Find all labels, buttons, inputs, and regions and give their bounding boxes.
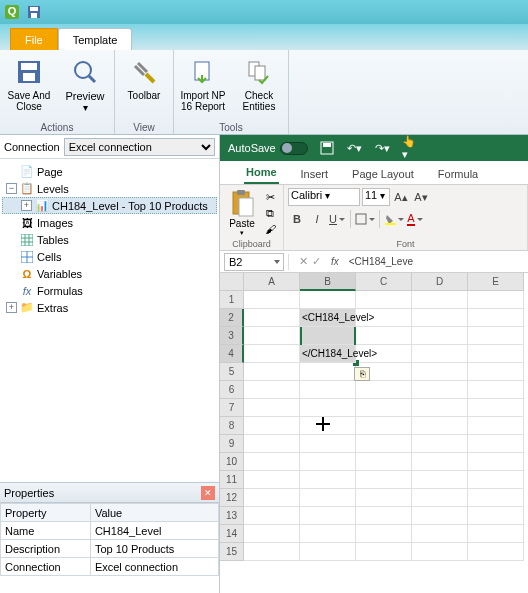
cell[interactable] [412, 291, 468, 309]
cell[interactable] [412, 543, 468, 561]
save-and-close-button[interactable]: Save And Close [2, 54, 56, 121]
row-header[interactable]: 14 [220, 525, 244, 543]
cell[interactable] [468, 327, 524, 345]
qat-redo-icon[interactable]: ↷▾ [374, 139, 392, 157]
save-icon[interactable] [26, 4, 42, 20]
cell[interactable] [468, 507, 524, 525]
cell[interactable] [468, 291, 524, 309]
cell[interactable] [356, 543, 412, 561]
cell[interactable] [412, 417, 468, 435]
tree-page[interactable]: 📄Page [2, 163, 217, 180]
close-properties-button[interactable]: ✕ [201, 486, 215, 500]
properties-table[interactable]: PropertyValue NameCH184_Level Descriptio… [0, 503, 219, 576]
cell[interactable] [244, 363, 300, 381]
cell[interactable] [356, 381, 412, 399]
cell[interactable] [244, 471, 300, 489]
cell[interactable] [244, 525, 300, 543]
tree-level-item[interactable]: +📊CH184_Level - Top 10 Products [2, 197, 217, 214]
qat-undo-icon[interactable]: ↶▾ [346, 139, 364, 157]
cell[interactable] [468, 525, 524, 543]
accept-formula-icon[interactable]: ✓ [312, 255, 321, 268]
cell[interactable] [244, 291, 300, 309]
row-header[interactable]: 5 [220, 363, 244, 381]
cell[interactable] [300, 291, 356, 309]
paste-button[interactable]: Paste ▾ [224, 188, 260, 239]
cell[interactable] [468, 543, 524, 561]
name-box[interactable]: B2 [224, 253, 284, 271]
cell[interactable] [244, 489, 300, 507]
cell[interactable] [244, 507, 300, 525]
tree-formulas[interactable]: fxFormulas [2, 282, 217, 299]
row-header[interactable]: 9 [220, 435, 244, 453]
row-header[interactable]: 3 [220, 327, 244, 345]
cell[interactable] [356, 507, 412, 525]
cell[interactable] [468, 489, 524, 507]
collapse-icon[interactable]: − [6, 183, 17, 194]
cell[interactable] [356, 489, 412, 507]
cell[interactable] [412, 453, 468, 471]
cell[interactable] [300, 327, 356, 345]
row-header[interactable]: 2 [220, 309, 244, 327]
cell[interactable] [244, 543, 300, 561]
row-header[interactable]: 13 [220, 507, 244, 525]
toolbar-button[interactable]: Toolbar [117, 54, 171, 121]
row-header[interactable]: 11 [220, 471, 244, 489]
row-header[interactable]: 7 [220, 399, 244, 417]
copy-icon[interactable]: ⧉ [262, 206, 278, 220]
worksheet[interactable]: A B C D E 1 2 3 4 5 6 7 8 9 10 11 12 13 … [220, 273, 528, 593]
table-row[interactable]: NameCH184_Level [1, 522, 219, 540]
formula-input[interactable]: <CH184_Leve [343, 256, 528, 267]
cell[interactable] [356, 291, 412, 309]
cell[interactable] [468, 435, 524, 453]
cell[interactable] [356, 435, 412, 453]
grow-font-icon[interactable]: A▴ [392, 188, 410, 206]
row-header[interactable]: 15 [220, 543, 244, 561]
cancel-formula-icon[interactable]: ✕ [299, 255, 308, 268]
row-header[interactable]: 10 [220, 453, 244, 471]
cell[interactable] [468, 381, 524, 399]
autosave-toggle[interactable]: AutoSave [228, 142, 308, 155]
cell[interactable] [300, 417, 356, 435]
col-header[interactable]: D [412, 273, 468, 291]
cell[interactable] [356, 525, 412, 543]
border-button[interactable] [355, 210, 375, 228]
cell[interactable] [412, 327, 468, 345]
col-header[interactable]: A [244, 273, 300, 291]
tab-file[interactable]: File [10, 28, 58, 50]
cell[interactable] [412, 435, 468, 453]
col-header[interactable]: E [468, 273, 524, 291]
italic-button[interactable]: I [308, 210, 326, 228]
check-entities-button[interactable]: Check Entities [232, 54, 286, 121]
table-row[interactable]: ConnectionExcel connection [1, 558, 219, 576]
fill-color-button[interactable] [384, 210, 404, 228]
fx-icon[interactable]: fx [327, 256, 343, 267]
qat-save-icon[interactable] [318, 139, 336, 157]
cell[interactable] [356, 417, 412, 435]
cell[interactable] [468, 453, 524, 471]
cell[interactable] [468, 363, 524, 381]
table-row[interactable]: DescriptionTop 10 Products [1, 540, 219, 558]
qat-touch-icon[interactable]: 👆▾ [402, 139, 420, 157]
col-header[interactable]: C [356, 273, 412, 291]
font-name-select[interactable]: Calibri ▾ [288, 188, 360, 206]
underline-button[interactable]: U [328, 210, 346, 228]
expand-icon[interactable]: + [6, 302, 17, 313]
tree-levels[interactable]: −📋Levels [2, 180, 217, 197]
cell[interactable] [244, 417, 300, 435]
tree-extras[interactable]: +📁Extras [2, 299, 217, 316]
cell[interactable] [300, 489, 356, 507]
row-header[interactable]: 4 [220, 345, 244, 363]
cell[interactable] [412, 381, 468, 399]
cell[interactable] [244, 327, 300, 345]
connection-select[interactable]: Excel connection [64, 138, 215, 156]
cell[interactable] [300, 543, 356, 561]
cell[interactable] [300, 381, 356, 399]
row-header[interactable]: 8 [220, 417, 244, 435]
cell[interactable] [300, 435, 356, 453]
cell[interactable] [468, 345, 524, 363]
cell[interactable] [412, 471, 468, 489]
format-painter-icon[interactable]: 🖌 [262, 222, 278, 236]
cell[interactable] [300, 507, 356, 525]
cell[interactable] [244, 381, 300, 399]
cell[interactable] [356, 399, 412, 417]
